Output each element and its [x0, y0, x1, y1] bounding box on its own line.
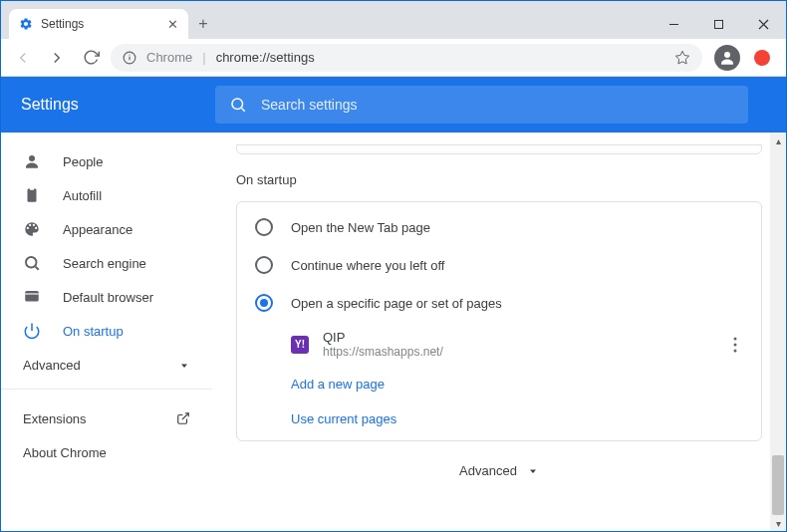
- search-settings-bar[interactable]: [215, 86, 748, 124]
- svg-point-22: [734, 343, 737, 346]
- sidebar-item-on-startup[interactable]: On startup: [1, 314, 212, 348]
- sidebar-advanced-label: Advanced: [23, 358, 81, 373]
- page-favicon-icon: Y!: [291, 336, 309, 354]
- svg-marker-7: [675, 51, 688, 64]
- svg-point-14: [26, 257, 37, 268]
- scroll-thumb[interactable]: [772, 455, 784, 515]
- radio-icon: [255, 294, 273, 312]
- radio-label: Continue where you left off: [291, 258, 444, 273]
- radio-label: Open the New Tab page: [291, 220, 430, 235]
- svg-rect-12: [28, 188, 37, 202]
- sidebar-extensions-label: Extensions: [23, 411, 87, 426]
- settings-main: On startup Open the New Tab page Continu…: [212, 133, 786, 531]
- svg-line-15: [35, 266, 38, 269]
- sidebar-item-label: On startup: [63, 324, 124, 339]
- radio-continue[interactable]: Continue where you left off: [237, 246, 761, 284]
- minimize-button[interactable]: [652, 9, 696, 39]
- url-text: chrome://settings: [216, 50, 664, 65]
- clipboard-icon: [23, 186, 41, 204]
- svg-point-11: [29, 155, 35, 161]
- bookmark-star-icon[interactable]: [674, 50, 690, 66]
- sidebar-item-label: People: [63, 154, 103, 169]
- vertical-scrollbar[interactable]: ▴ ▾: [770, 133, 786, 531]
- sidebar-about-label: About Chrome: [23, 445, 107, 460]
- url-prefix: Chrome: [146, 50, 192, 65]
- settings-favicon-icon: [19, 17, 33, 31]
- svg-point-6: [129, 54, 130, 55]
- svg-point-8: [724, 52, 730, 58]
- sidebar-advanced-toggle[interactable]: Advanced: [1, 348, 212, 383]
- sidebar-divider: [1, 389, 212, 390]
- sidebar-item-search-engine[interactable]: Search engine: [1, 246, 212, 280]
- sidebar-item-label: Default browser: [63, 290, 153, 305]
- sidebar-about-link[interactable]: About Chrome: [1, 435, 212, 469]
- forward-button[interactable]: [43, 44, 71, 72]
- svg-point-21: [734, 337, 737, 340]
- sidebar-item-default-browser[interactable]: Default browser: [1, 280, 212, 314]
- window-controls: [652, 9, 786, 39]
- close-window-button[interactable]: [741, 9, 786, 39]
- maximize-button[interactable]: [696, 9, 741, 39]
- settings-sidebar: People Autofill Appearance Search engine…: [1, 133, 212, 531]
- radio-label: Open a specific page or set of pages: [291, 296, 502, 311]
- reload-button[interactable]: [77, 44, 105, 72]
- sidebar-item-label: Appearance: [63, 222, 132, 237]
- page-more-button[interactable]: [727, 337, 743, 353]
- page-title: Settings: [21, 96, 195, 114]
- radio-specific-pages[interactable]: Open a specific page or set of pages: [237, 284, 761, 322]
- sidebar-item-autofill[interactable]: Autofill: [1, 178, 212, 212]
- scroll-track[interactable]: [770, 148, 786, 515]
- profile-avatar[interactable]: [714, 45, 740, 71]
- startup-page-url: https://smashapps.net/: [323, 345, 713, 359]
- svg-point-23: [734, 349, 737, 352]
- content-area: Settings People Autofill Appearance: [1, 77, 786, 531]
- startup-card: Open the New Tab page Continue where you…: [236, 201, 762, 441]
- advanced-toggle-bottom[interactable]: Advanced: [236, 441, 762, 500]
- tab-title: Settings: [41, 17, 159, 31]
- sidebar-item-label: Autofill: [63, 188, 102, 203]
- use-current-link[interactable]: Use current pages: [237, 401, 761, 436]
- browser-titlebar: Settings ✕ +: [1, 1, 786, 39]
- settings-header: Settings: [1, 77, 786, 133]
- scroll-up-icon[interactable]: ▴: [770, 133, 786, 148]
- chrome-info-icon: [123, 51, 136, 65]
- svg-rect-13: [30, 187, 35, 190]
- browser-icon: [23, 288, 41, 306]
- svg-line-10: [241, 108, 244, 111]
- add-page-link[interactable]: Add a new page: [237, 367, 761, 401]
- person-icon: [23, 152, 41, 170]
- svg-rect-16: [25, 291, 39, 302]
- sidebar-extensions-link[interactable]: Extensions: [1, 401, 212, 435]
- chevron-down-icon: [527, 465, 539, 477]
- browser-toolbar: Chrome | chrome://settings: [1, 39, 786, 77]
- palette-icon: [23, 220, 41, 238]
- search-icon: [23, 254, 41, 272]
- extension-icon[interactable]: [754, 50, 770, 66]
- radio-new-tab[interactable]: Open the New Tab page: [237, 208, 761, 246]
- scroll-down-icon[interactable]: ▾: [770, 515, 786, 531]
- external-link-icon: [176, 411, 190, 425]
- close-tab-icon[interactable]: ✕: [167, 17, 178, 32]
- svg-point-9: [232, 99, 243, 110]
- startup-page-name: QIP: [323, 330, 713, 345]
- previous-card-peek: [236, 144, 762, 154]
- browser-tab[interactable]: Settings ✕: [9, 9, 188, 39]
- radio-icon: [255, 256, 273, 274]
- svg-line-20: [182, 413, 188, 419]
- search-icon: [229, 96, 247, 114]
- advanced-label: Advanced: [459, 463, 517, 478]
- new-tab-button[interactable]: +: [188, 9, 218, 39]
- chevron-down-icon: [178, 360, 190, 372]
- sidebar-item-appearance[interactable]: Appearance: [1, 212, 212, 246]
- search-input[interactable]: [261, 97, 734, 113]
- radio-icon: [255, 218, 273, 236]
- svg-marker-19: [181, 364, 187, 368]
- section-title: On startup: [236, 172, 762, 187]
- back-button[interactable]: [9, 44, 37, 72]
- sidebar-item-people[interactable]: People: [1, 144, 212, 178]
- power-icon: [23, 322, 41, 340]
- svg-rect-1: [715, 20, 723, 28]
- address-bar[interactable]: Chrome | chrome://settings: [111, 44, 702, 72]
- sidebar-item-label: Search engine: [63, 256, 146, 271]
- startup-page-row: Y! QIP https://smashapps.net/: [237, 322, 761, 367]
